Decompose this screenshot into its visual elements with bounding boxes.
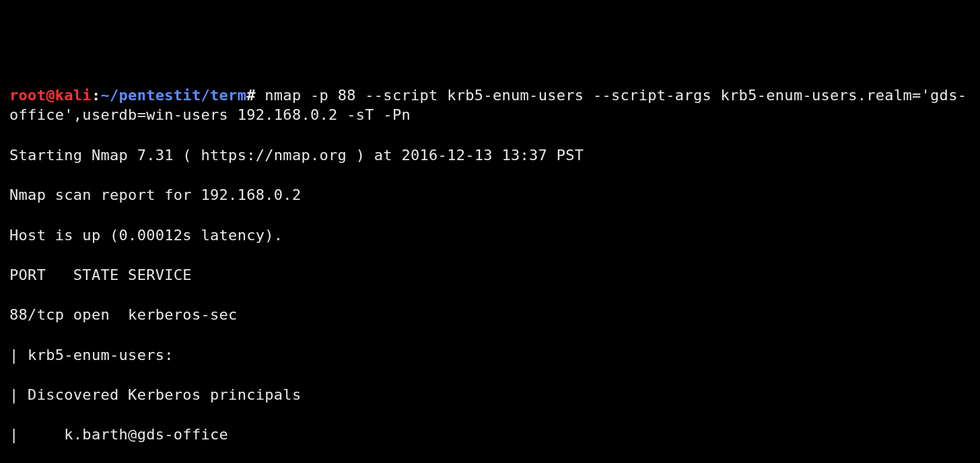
output-line: | krb5-enum-users:	[9, 345, 971, 365]
shell-prompt: root@kali:~/pentestit/term#	[9, 87, 256, 104]
terminal-window[interactable]: root@kali:~/pentestit/term# nmap -p 88 -…	[9, 85, 971, 463]
output-line: Nmap scan report for 192.168.0.2	[9, 185, 971, 205]
output-line: 88/tcp open kerberos-sec	[9, 305, 971, 325]
prompt-separator: :	[92, 87, 101, 104]
output-line: | k.barth@gds-office	[9, 425, 971, 445]
output-line: Host is up (0.00012s latency).	[9, 225, 971, 246]
output-line: Starting Nmap 7.31 ( https://nmap.org ) …	[9, 145, 971, 166]
output-line: PORT STATE SERVICE	[9, 265, 971, 285]
prompt-user: root@kali	[9, 87, 92, 104]
output-line: | Discovered Kerberos principals	[9, 385, 971, 405]
prompt-cwd: ~/pentestit/term	[100, 87, 246, 104]
prompt-hash: #	[246, 87, 256, 104]
